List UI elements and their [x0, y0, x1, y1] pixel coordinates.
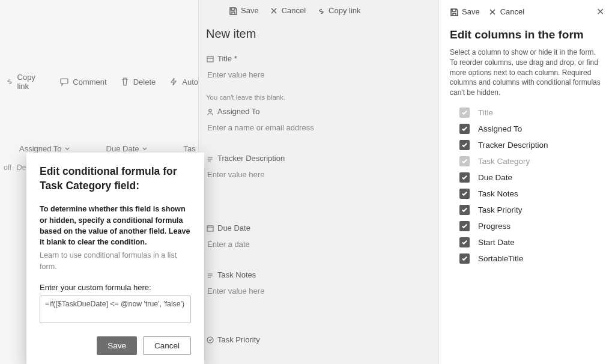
- cancel-command[interactable]: Cancel: [270, 6, 306, 15]
- column-checkbox[interactable]: [459, 221, 470, 231]
- assigned-to-input[interactable]: Enter a name or email address: [206, 120, 431, 136]
- calendar-icon: [206, 224, 214, 232]
- task-notes-input[interactable]: Enter value here: [206, 283, 431, 299]
- close-icon: [488, 8, 497, 16]
- field-label-text: Assigned To: [217, 107, 260, 116]
- cancel-command[interactable]: Cancel: [488, 7, 524, 16]
- column-row[interactable]: SortableTitle: [459, 253, 604, 264]
- column-label: Start Date: [478, 238, 515, 247]
- formula-textarea[interactable]: [40, 296, 191, 323]
- column-checkbox[interactable]: [459, 237, 470, 247]
- column-row[interactable]: Task Category: [459, 156, 604, 166]
- column-label: Assigned To: [478, 124, 522, 133]
- comment-label: Comment: [73, 77, 106, 86]
- cancel-label: Cancel: [500, 7, 524, 16]
- grid-cell: De: [17, 163, 26, 172]
- delete-icon: [120, 77, 130, 86]
- column-label: Title: [478, 108, 493, 117]
- save-button[interactable]: Save: [97, 336, 137, 355]
- column-label: Task Notes: [478, 189, 518, 198]
- svg-point-2: [209, 109, 211, 112]
- chevron-down-icon: [64, 146, 70, 152]
- new-item-panel: Save Cancel Copy link New item Title * E…: [198, 0, 438, 364]
- column-row[interactable]: Due Date: [459, 172, 604, 183]
- column-row[interactable]: Assigned To: [459, 124, 604, 134]
- dialog-title: Edit conditional formula for Task Catego…: [40, 165, 191, 193]
- column-label: Progress: [478, 222, 510, 231]
- cancel-button[interactable]: Cancel: [143, 336, 191, 355]
- column-row[interactable]: Progress: [459, 221, 604, 231]
- text-icon: [206, 271, 214, 279]
- column-checkbox[interactable]: [459, 205, 470, 215]
- field-label-text: Tracker Description: [217, 154, 285, 163]
- field-due-date: Due Date Enter a date: [199, 221, 438, 262]
- grid-column-headers: Assigned To Due Date Tas: [0, 144, 198, 153]
- column-checkbox[interactable]: [459, 140, 470, 150]
- column-checkbox[interactable]: [459, 189, 470, 199]
- column-header-assigned-to[interactable]: Assigned To: [19, 144, 70, 153]
- column-row[interactable]: Task Notes: [459, 189, 604, 199]
- new-item-toolbar: Save Cancel Copy link: [199, 0, 438, 15]
- copy-link-command[interactable]: Copy link: [317, 6, 360, 15]
- column-list: TitleAssigned ToTracker DescriptionTask …: [450, 108, 604, 264]
- delete-label: Delete: [133, 77, 156, 86]
- copy-link-command[interactable]: Copy link: [5, 73, 46, 91]
- save-label: Save: [462, 7, 480, 16]
- copy-link-label: Copy link: [329, 6, 360, 15]
- dialog-body-strong: To determine whether this field is shown…: [40, 205, 190, 246]
- delete-command[interactable]: Delete: [120, 77, 156, 86]
- learn-link[interactable]: Learn to use conditional formulas in a l…: [40, 250, 191, 272]
- column-checkbox[interactable]: [459, 253, 470, 264]
- due-date-input[interactable]: Enter a date: [206, 236, 431, 252]
- comment-command[interactable]: Comment: [59, 77, 106, 86]
- automate-label: Auto: [182, 77, 198, 86]
- column-checkbox[interactable]: [459, 124, 470, 134]
- save-command[interactable]: Save: [450, 7, 480, 16]
- edit-columns-title: Edit columns in the form: [450, 28, 604, 41]
- svg-point-4: [207, 337, 213, 343]
- field-title: Title * Enter value here: [199, 52, 438, 93]
- dialog-button-row: Save Cancel: [40, 336, 191, 355]
- text-icon: [206, 154, 214, 162]
- edit-columns-description: Select a column to show or hide it in th…: [450, 47, 604, 98]
- save-icon: [229, 7, 237, 15]
- automate-command[interactable]: Auto: [169, 77, 198, 86]
- column-row[interactable]: Start Date: [459, 237, 604, 247]
- column-header-task[interactable]: Tas: [184, 144, 196, 153]
- column-label: SortableTitle: [478, 254, 523, 263]
- edit-columns-toolbar: Save Cancel ✕: [450, 6, 604, 17]
- field-label-text: Task Notes: [217, 270, 256, 279]
- column-header-label: Tas: [184, 144, 196, 153]
- title-input[interactable]: Enter value here: [206, 67, 431, 83]
- choice-icon: [206, 336, 214, 344]
- link-icon: [317, 7, 325, 15]
- svg-rect-0: [61, 79, 68, 83]
- column-row[interactable]: Task Priority: [459, 205, 604, 215]
- panel-title: New item: [199, 15, 438, 52]
- column-header-label: Assigned To: [19, 144, 62, 153]
- panel-close-button[interactable]: ✕: [596, 6, 604, 17]
- column-row[interactable]: Title: [459, 108, 604, 118]
- column-checkbox[interactable]: [459, 172, 470, 183]
- column-checkbox: [459, 156, 470, 166]
- column-row[interactable]: Tracker Description: [459, 140, 604, 150]
- field-label-text: Task Priority: [217, 335, 260, 344]
- svg-rect-3: [207, 226, 213, 231]
- column-header-due-date[interactable]: Due Date: [106, 144, 148, 153]
- column-checkbox: [459, 108, 470, 118]
- copy-link-label: Copy link: [17, 73, 47, 91]
- column-label: Due Date: [478, 173, 512, 182]
- edit-columns-panel: Save Cancel ✕ Edit columns in the form S…: [438, 0, 615, 364]
- save-command[interactable]: Save: [229, 6, 259, 15]
- tracker-description-input[interactable]: Enter value here: [206, 166, 431, 183]
- close-icon: [270, 7, 278, 15]
- comment-icon: [59, 77, 69, 86]
- column-label: Tracker Description: [478, 141, 548, 150]
- formula-field-label: Enter your custom formula here:: [40, 283, 191, 292]
- field-label-text: Due Date: [217, 223, 250, 232]
- field-task-notes: Task Notes Enter value here: [199, 268, 438, 309]
- column-label: Task Category: [478, 157, 530, 166]
- person-icon: [206, 108, 214, 115]
- field-assigned-to: Assigned To Enter a name or email addres…: [199, 105, 438, 145]
- field-label-text: Title *: [217, 54, 237, 63]
